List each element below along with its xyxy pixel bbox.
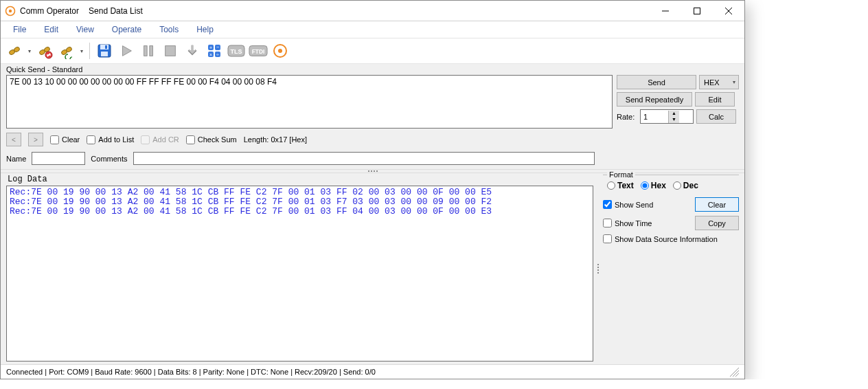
format-select-value: HEX [704,78,720,87]
svg-rect-3 [694,8,700,14]
format-dec-radio[interactable]: Dec [673,181,698,190]
stop-icon[interactable] [161,41,180,60]
chevron-down-icon: ▾ [733,79,735,85]
window-controls [650,1,744,21]
add-cr-label: Add CR [152,135,179,144]
format-text-radio[interactable]: Text [607,181,634,190]
svg-point-35 [278,49,282,53]
name-input[interactable] [32,152,85,165]
log-line: Rec:7E 00 19 90 00 13 A2 00 41 58 1C CB … [10,197,590,207]
quick-send-controls: Send HEX ▾ Send Repeatedly Edit Rate: ▲ … [617,75,739,129]
maximize-button[interactable] [681,1,713,21]
download-icon[interactable] [183,41,202,60]
status-bar: Connected | Port: COM9 | Baud Rate: 9600… [1,364,744,379]
rate-stepper[interactable]: ▲ ▼ [640,109,694,124]
tls-icon[interactable]: TLS [227,41,246,60]
edit-button[interactable]: Edit [695,92,735,107]
quick-send-panel: Send HEX ▾ Send Repeatedly Edit Rate: ▲ … [1,74,744,130]
title-bar: Comm Operator Send Data List [1,1,744,21]
svg-text:−: − [216,45,219,49]
minimize-button[interactable] [650,1,681,21]
svg-text:+: + [209,45,212,50]
add-cr-checkbox: Add CR [141,135,179,144]
doc-title: Send Data List [89,6,143,16]
menu-view[interactable]: View [68,23,102,36]
add-to-list-label: Add to List [98,135,134,144]
prev-button[interactable]: < [6,133,21,146]
checksum-label: Check Sum [198,135,237,144]
format-text-label: Text [617,181,634,190]
resize-grip-icon[interactable] [729,367,739,377]
svg-text:÷: ÷ [216,52,219,57]
rate-down-icon[interactable]: ▼ [669,117,679,123]
svg-rect-21 [165,46,176,56]
save-icon[interactable] [95,41,114,60]
app-window: Comm Operator Send Data List File Edit V… [0,0,745,379]
checksum-checkbox[interactable]: Check Sum [186,135,237,144]
show-source-label: Show Data Source Information [615,235,718,243]
show-time-checkbox[interactable]: Show Time [603,219,652,227]
menu-edit[interactable]: Edit [36,23,67,36]
pause-icon[interactable] [139,41,158,60]
svg-rect-20 [150,46,153,56]
reconnect-icon[interactable] [57,41,76,60]
svg-rect-16 [100,45,108,49]
menu-tools[interactable]: Tools [151,23,187,36]
rate-up-icon[interactable]: ▲ [669,111,679,117]
quick-send-options: < > Clear Add to List Add CR Check Sum L… [1,130,744,149]
svg-rect-19 [144,46,148,56]
rate-input[interactable] [641,113,668,121]
connect-dropdown-icon[interactable]: ▾ [27,41,32,60]
reconnect-dropdown-icon[interactable]: ▾ [79,41,84,60]
toolbar-separator [89,43,90,59]
log-output[interactable]: Rec:7E 00 19 90 00 13 A2 00 41 58 1C CB … [6,186,593,362]
show-source-checkbox[interactable]: Show Data Source Information [603,234,739,243]
connect-icon[interactable] [5,41,24,60]
format-hex-radio[interactable]: Hex [641,181,666,190]
menu-file[interactable]: File [5,23,34,36]
send-repeatedly-button[interactable]: Send Repeatedly [617,92,692,107]
target-icon[interactable] [271,41,290,60]
menu-operate[interactable]: Operate [104,23,150,36]
svg-text:TLS: TLS [231,48,242,55]
rate-label: Rate: [617,113,637,121]
log-line: Rec:7E 00 19 90 00 13 A2 00 41 58 1C CB … [10,188,590,197]
log-sidebar: Format Text Hex Dec Show Send Clear Show… [600,173,744,364]
show-send-checkbox[interactable]: Show Send [603,200,653,209]
name-comments-row: Name Comments [1,149,744,169]
clear-checkbox[interactable]: Clear [50,135,80,144]
svg-text:FTDI: FTDI [252,48,265,55]
copy-log-button[interactable]: Copy [695,216,739,230]
clear-log-button[interactable]: Clear [695,197,739,212]
calc-button[interactable]: Calc [696,109,736,124]
quick-send-input[interactable] [6,75,613,129]
send-button[interactable]: Send [617,75,696,89]
length-label: Length: 0x17 [Hex] [244,135,307,144]
show-send-label: Show Send [615,201,653,209]
toolbar: ▾ ▾ + − × ÷ [1,38,744,64]
log-panel: Log Data Rec:7E 00 19 90 00 13 A2 00 41 … [1,173,744,364]
close-button[interactable] [713,1,744,21]
play-icon[interactable] [117,41,136,60]
svg-point-1 [9,9,12,12]
comments-input[interactable] [133,152,595,165]
comments-label: Comments [91,155,127,163]
show-time-label: Show Time [615,219,652,227]
name-label: Name [6,155,26,163]
format-hex-label: Hex [651,181,666,190]
format-select[interactable]: HEX ▾ [699,75,739,89]
app-title: Comm Operator [20,6,79,16]
format-group: Format Text Hex Dec [603,175,739,193]
log-line: Rec:7E 00 19 90 00 13 A2 00 41 58 1C CB … [10,207,590,216]
format-group-label: Format [607,170,635,179]
calculator-icon[interactable]: + − × ÷ [205,41,224,60]
disconnect-icon[interactable] [35,41,54,60]
ftdi-icon[interactable]: FTDI [249,41,268,60]
quick-send-label: Quick Send - Standard [1,64,744,74]
status-text: Connected | Port: COM9 | Baud Rate: 9600… [6,368,376,376]
menu-help[interactable]: Help [188,23,222,36]
add-to-list-checkbox[interactable]: Add to List [87,135,134,144]
next-button[interactable]: > [28,133,43,146]
clear-checkbox-label: Clear [62,135,80,144]
svg-text:×: × [209,52,212,57]
